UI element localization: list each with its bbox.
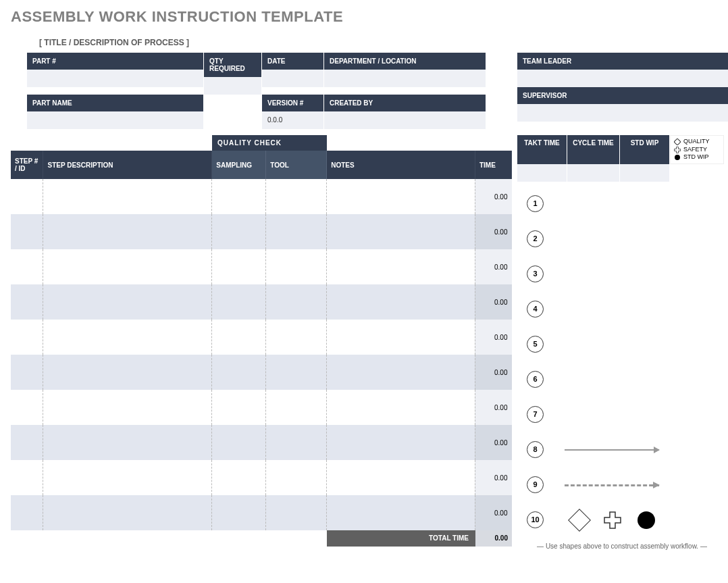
workflow-step-row: 9	[517, 467, 727, 502]
cell-tool[interactable]	[266, 495, 327, 530]
cell-time[interactable]: 0.00	[475, 214, 511, 249]
cell-time[interactable]: 0.00	[475, 320, 511, 355]
cell-id[interactable]	[11, 320, 43, 355]
cell-desc[interactable]	[43, 460, 212, 495]
table-row: 0.00	[11, 179, 512, 214]
part-num-value[interactable]	[27, 70, 204, 87]
cell-time[interactable]: 0.00	[475, 425, 511, 460]
cell-id[interactable]	[11, 249, 43, 284]
cell-desc[interactable]	[43, 284, 212, 320]
cell-tool[interactable]	[266, 249, 327, 284]
cell-desc[interactable]	[43, 355, 212, 390]
step-circle[interactable]: 2	[527, 230, 544, 247]
cell-notes[interactable]	[327, 460, 475, 495]
cell-desc[interactable]	[43, 390, 212, 425]
cell-id[interactable]	[11, 284, 43, 320]
stdwip-value[interactable]	[620, 164, 670, 182]
workflow-step-row: 7	[517, 397, 727, 432]
cell-tool[interactable]	[266, 425, 327, 460]
cell-time[interactable]: 0.00	[475, 355, 511, 390]
cell-notes[interactable]	[327, 320, 475, 355]
takt-value[interactable]	[517, 164, 567, 182]
step-circle[interactable]: 4	[527, 301, 544, 318]
cell-sampling[interactable]	[212, 425, 266, 460]
version-value[interactable]: 0.0.0	[262, 111, 324, 129]
col-sampling: SAMPLING	[212, 151, 266, 179]
cell-id[interactable]	[11, 390, 43, 425]
cell-tool[interactable]	[266, 179, 327, 214]
created-value[interactable]	[324, 111, 486, 129]
cell-desc[interactable]	[43, 320, 212, 355]
cell-tool[interactable]	[266, 320, 327, 355]
cell-time[interactable]: 0.00	[475, 390, 511, 425]
cell-notes[interactable]	[327, 214, 475, 249]
table-row: 0.00	[11, 460, 512, 495]
cell-time[interactable]: 0.00	[475, 460, 511, 495]
cell-tool[interactable]	[266, 214, 327, 249]
svg-point-1	[675, 155, 680, 160]
cell-desc[interactable]	[43, 214, 212, 249]
arrow-dashed-icon[interactable]	[565, 484, 659, 486]
part-name-label: PART NAME	[27, 95, 204, 111]
cell-notes[interactable]	[327, 179, 475, 214]
table-row: 0.00	[11, 284, 512, 320]
cell-sampling[interactable]	[212, 284, 266, 320]
shapes-row	[571, 511, 655, 529]
cell-sampling[interactable]	[212, 320, 266, 355]
cell-notes[interactable]	[327, 390, 475, 425]
dept-value[interactable]	[324, 70, 486, 87]
team-leader-value[interactable]	[517, 70, 728, 87]
cell-id[interactable]	[11, 355, 43, 390]
part-name-value[interactable]	[27, 111, 204, 129]
qty-value[interactable]	[204, 77, 262, 95]
cell-sampling[interactable]	[212, 214, 266, 249]
cell-notes[interactable]	[327, 284, 475, 320]
cell-id[interactable]	[11, 179, 43, 214]
cell-sampling[interactable]	[212, 460, 266, 495]
cell-time[interactable]: 0.00	[475, 179, 511, 214]
diamond-shape-icon[interactable]	[568, 509, 591, 532]
step-circle[interactable]: 7	[527, 406, 544, 423]
table-row: 0.00	[11, 425, 512, 460]
arrow-solid-icon[interactable]	[565, 449, 659, 451]
step-circle[interactable]: 8	[527, 441, 544, 458]
qty-label: QTY REQUIRED	[204, 53, 262, 77]
cell-sampling[interactable]	[212, 495, 266, 530]
cell-time[interactable]: 0.00	[475, 495, 511, 530]
cycle-value[interactable]	[567, 164, 620, 182]
cell-desc[interactable]	[43, 425, 212, 460]
cell-time[interactable]: 0.00	[475, 249, 511, 284]
step-circle[interactable]: 1	[527, 195, 544, 212]
cell-id[interactable]	[11, 425, 43, 460]
cell-notes[interactable]	[327, 355, 475, 390]
cell-sampling[interactable]	[212, 179, 266, 214]
step-circle[interactable]: 5	[527, 336, 544, 353]
cell-tool[interactable]	[266, 284, 327, 320]
cell-notes[interactable]	[327, 425, 475, 460]
step-circle[interactable]: 9	[527, 476, 544, 493]
cell-tool[interactable]	[266, 390, 327, 425]
cell-time[interactable]: 0.00	[475, 284, 511, 320]
cell-desc[interactable]	[43, 179, 212, 214]
date-label: DATE	[262, 53, 324, 70]
step-circle[interactable]: 3	[527, 265, 544, 282]
supervisor-value[interactable]	[517, 104, 728, 122]
cell-tool[interactable]	[266, 355, 327, 390]
cell-tool[interactable]	[266, 460, 327, 495]
cell-sampling[interactable]	[212, 390, 266, 425]
step-circle[interactable]: 6	[527, 371, 544, 388]
cell-desc[interactable]	[43, 495, 212, 530]
cell-sampling[interactable]	[212, 355, 266, 390]
step-circle[interactable]: 10	[527, 511, 544, 528]
cell-id[interactable]	[11, 214, 43, 249]
cell-id[interactable]	[11, 460, 43, 495]
cell-id[interactable]	[11, 495, 43, 530]
filled-circle-icon[interactable]	[638, 511, 655, 529]
date-value[interactable]	[262, 70, 324, 87]
legend-box: QUALITY SAFETY STD WIP	[670, 135, 724, 164]
plus-shape-icon[interactable]	[604, 511, 621, 529]
cell-sampling[interactable]	[212, 249, 266, 284]
cell-notes[interactable]	[327, 495, 475, 530]
cell-notes[interactable]	[327, 249, 475, 284]
cell-desc[interactable]	[43, 249, 212, 284]
